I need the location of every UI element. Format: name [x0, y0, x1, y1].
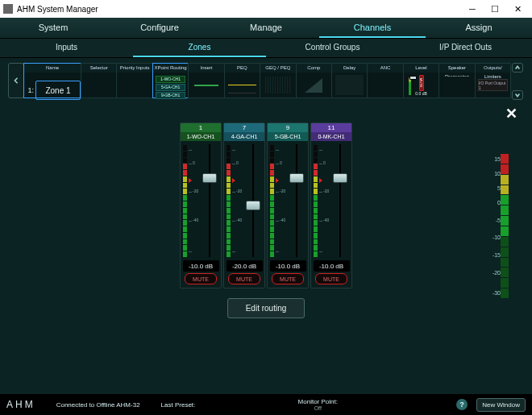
- fader-meter: [270, 144, 274, 257]
- monitor-point-label: Monitor Point:: [298, 398, 338, 405]
- delay-icon: [335, 75, 364, 95]
- new-window-button[interactable]: New Window: [476, 398, 526, 412]
- window-maximize-button[interactable]: ☐: [484, 1, 506, 17]
- fader-thumb[interactable]: [333, 173, 347, 183]
- strip-cell-header: Comp: [297, 64, 331, 73]
- level-db-mini: 0.0 dB: [415, 91, 426, 96]
- fader-db-readout[interactable]: -10.0 dB: [183, 260, 219, 272]
- fader-thumb[interactable]: [246, 201, 260, 210]
- strip-cell-geq-peq[interactable]: GEQ / PEQ: [260, 63, 296, 98]
- main-meter-label: -15: [493, 252, 501, 258]
- edit-routing-button[interactable]: Edit routing: [227, 298, 305, 318]
- fader-track[interactable]: [296, 144, 297, 257]
- strip-cell-peq[interactable]: PEQ: [224, 63, 260, 98]
- fader-thumb[interactable]: [289, 173, 304, 183]
- fader-scale-tick: -20: [280, 189, 285, 193]
- xpoint-route-line: 1-WO-CH1: [156, 76, 185, 83]
- fader-channel-name[interactable]: 0-MK-CH1: [311, 132, 351, 141]
- fader-meter: [227, 144, 231, 257]
- xpoint-route-line: 5-GA-CH1: [156, 84, 185, 91]
- top-tab-system[interactable]: System: [0, 18, 106, 38]
- channel-strip-row: Name1:Zone 1SelectorPriority InputsXPoin…: [8, 63, 524, 100]
- fader-channel-name[interactable]: 4-GA-CH1: [224, 132, 264, 141]
- strip-cell-header: Delay: [332, 64, 367, 73]
- fader-scale-tick: 0: [193, 160, 195, 165]
- strip-cell-outputs-limiters[interactable]: Outputs/ LimitersI/O Port Output 1: [475, 63, 511, 98]
- sub-tab-zones[interactable]: Zones: [133, 39, 266, 57]
- fader-thumb[interactable]: [202, 173, 217, 183]
- close-panel-button[interactable]: ✕: [505, 106, 517, 122]
- fader-scale: 0-20-40: [276, 144, 285, 257]
- top-tab-channels[interactable]: Channels: [319, 18, 426, 38]
- strip-up-button[interactable]: [512, 63, 523, 73]
- window-close-button[interactable]: ✕: [506, 1, 529, 17]
- strip-cell-level[interactable]: LevelMUTE0.0 dB: [403, 63, 439, 98]
- fader-db-readout[interactable]: -10.0 dB: [314, 260, 350, 272]
- strip-cell-comp[interactable]: Comp: [296, 63, 332, 98]
- sub-tab-bar: InputsZonesControl GroupsI/P Direct Outs: [0, 39, 532, 58]
- fader-panel: 11-WO-CH10-20-40-10.0 dBMUTE74-GA-CH10-2…: [0, 122, 532, 292]
- main-meter-label: 15: [494, 156, 501, 162]
- fader-meter: [183, 144, 187, 257]
- strip-prev-button[interactable]: [8, 63, 24, 98]
- fader-scale-tick: 0: [280, 160, 282, 165]
- window-minimize-button[interactable]: ─: [461, 1, 484, 17]
- help-button[interactable]: ?: [456, 399, 468, 410]
- strip-cell-header: Outputs/ Limiters: [476, 64, 510, 73]
- fader-scale-tick: -20: [193, 189, 198, 193]
- main-meter-label: -5: [496, 217, 501, 222]
- fader-mute-button[interactable]: MUTE: [228, 273, 260, 284]
- fader-scale: 0-20-40: [189, 144, 198, 257]
- fader-mute-button[interactable]: MUTE: [315, 273, 347, 284]
- sub-tab-i-p-direct-outs[interactable]: I/P Direct Outs: [399, 39, 532, 57]
- status-bar: AHM Connected to Offline AHM-32 Last Pre…: [0, 394, 532, 415]
- sub-tab-control-groups[interactable]: Control Groups: [266, 39, 399, 57]
- channel-fader-11: 110-MK-CH10-20-40-10.0 dBMUTE: [310, 122, 352, 288]
- fader-channel-name[interactable]: 1-WO-CH1: [181, 132, 221, 141]
- strip-cell-xpoint-routing[interactable]: XPoint Routing1-WO-CH15-GA-CH19-GB-CH1: [152, 63, 189, 98]
- fader-mute-button[interactable]: MUTE: [272, 273, 304, 284]
- fader-track[interactable]: [209, 144, 210, 257]
- window-title: AHM System Manager: [17, 5, 461, 14]
- fader-pointer-icon: [276, 178, 279, 183]
- strip-cell-header: XPoint Routing: [153, 64, 188, 73]
- top-tab-configure[interactable]: Configure: [106, 18, 213, 38]
- strip-cell-name[interactable]: Name1:Zone 1: [23, 63, 81, 98]
- geq-icon: [264, 77, 292, 94]
- strip-cell-header: Name: [24, 64, 81, 73]
- fader-db-readout[interactable]: -10.0 dB: [270, 260, 306, 272]
- sub-tab-inputs[interactable]: Inputs: [0, 39, 133, 57]
- strip-cell-header: Level: [404, 64, 438, 73]
- peq-curve-icon: [228, 77, 256, 94]
- main-meter-label: 5: [497, 185, 501, 191]
- fader-track[interactable]: [339, 144, 341, 257]
- mute-mini-button[interactable]: MUTE: [419, 75, 424, 91]
- brand-logo: AHM: [6, 399, 35, 410]
- fader-scale: 0-20-40: [319, 144, 329, 257]
- top-tab-manage[interactable]: Manage: [213, 18, 319, 38]
- strip-cell-selector[interactable]: Selector: [81, 63, 117, 98]
- fader-scale-tick: 0: [236, 160, 239, 165]
- zone-name-box[interactable]: Zone 1: [35, 81, 81, 100]
- strip-cell-delay[interactable]: Delay: [331, 63, 368, 98]
- fader-scale-tick: -40: [280, 218, 285, 222]
- strip-cell-insert[interactable]: Insert: [188, 63, 224, 98]
- app-icon: [3, 4, 13, 14]
- strip-cell-header: Speaker Processing: [439, 64, 474, 73]
- level-fader-mini[interactable]: [412, 75, 414, 95]
- fader-channel-name[interactable]: 5-GB-CH1: [268, 132, 308, 141]
- strip-down-button[interactable]: [512, 90, 523, 100]
- output-limiter-box[interactable]: I/O Port Output 1: [478, 79, 508, 92]
- top-tab-assign[interactable]: Assign: [426, 18, 532, 38]
- strip-cell-header: ANC: [368, 64, 402, 73]
- main-output-meter: 151050-5-10-15-20-30: [489, 153, 512, 298]
- strip-cell-priority-inputs[interactable]: Priority Inputs: [116, 63, 152, 98]
- channel-fader-1: 11-WO-CH10-20-40-10.0 dBMUTE: [180, 122, 222, 288]
- main-meter-label: -10: [493, 234, 501, 240]
- fader-db-readout[interactable]: -20.0 dB: [227, 260, 263, 272]
- strip-cell-anc[interactable]: ANC: [367, 63, 403, 98]
- fader-pointer-icon: [189, 178, 192, 183]
- strip-cell-speaker-processing[interactable]: Speaker Processing: [438, 63, 475, 98]
- fader-mute-button[interactable]: MUTE: [185, 273, 217, 284]
- strip-cell-header: Priority Inputs: [117, 64, 152, 73]
